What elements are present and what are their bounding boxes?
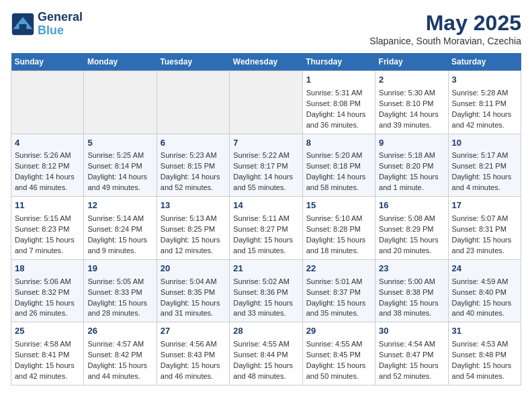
day-info: Daylight: 15 hours [87, 361, 152, 371]
day-info: Sunrise: 5:31 AM [306, 88, 371, 99]
day-info: Sunrise: 5:08 AM [379, 214, 444, 224]
calendar-cell: 13Sunrise: 5:13 AMSunset: 8:25 PMDayligh… [157, 197, 229, 260]
day-number: 25 [15, 325, 80, 338]
day-info: Daylight: 15 hours [161, 298, 226, 309]
day-info: and 50 minutes. [306, 371, 371, 382]
day-info: Sunrise: 5:26 AM [15, 150, 80, 161]
day-info: Sunset: 8:17 PM [233, 161, 298, 172]
day-info: Sunset: 8:12 PM [15, 161, 80, 172]
location-subtitle: Slapanice, South Moravian, Czechia [369, 36, 521, 46]
day-info: Sunset: 8:44 PM [233, 350, 298, 361]
day-info: and 33 minutes. [233, 308, 298, 319]
calendar-week-row: 18Sunrise: 5:06 AMSunset: 8:32 PMDayligh… [11, 259, 521, 322]
calendar-cell: 17Sunrise: 5:07 AMSunset: 8:31 PMDayligh… [448, 197, 521, 260]
day-info: and 49 minutes. [87, 183, 152, 193]
day-info: Sunset: 8:25 PM [161, 224, 226, 235]
calendar-week-row: 25Sunrise: 4:58 AMSunset: 8:41 PMDayligh… [11, 322, 521, 385]
day-info: Sunrise: 5:04 AM [161, 277, 226, 287]
month-title: May 2025 [369, 11, 521, 36]
calendar-cell: 6Sunrise: 5:23 AMSunset: 8:15 PMDaylight… [157, 134, 229, 197]
day-info: Daylight: 15 hours [379, 172, 444, 183]
calendar-week-row: 1Sunrise: 5:31 AMSunset: 8:08 PMDaylight… [11, 71, 521, 134]
day-info: Daylight: 15 hours [233, 361, 298, 371]
calendar-cell: 16Sunrise: 5:08 AMSunset: 8:29 PMDayligh… [375, 197, 448, 260]
day-number: 11 [15, 199, 80, 212]
day-number: 29 [306, 325, 371, 338]
day-info: Sunset: 8:32 PM [15, 287, 80, 298]
day-number: 26 [87, 325, 152, 338]
day-info: Sunset: 8:31 PM [452, 224, 517, 235]
day-info: Sunrise: 5:30 AM [379, 88, 444, 99]
day-info: Sunset: 8:45 PM [306, 350, 371, 361]
day-info: Daylight: 14 hours [87, 172, 152, 183]
day-info: Sunset: 8:24 PM [87, 224, 152, 235]
weekday-header: Thursday [302, 53, 375, 71]
day-info: Daylight: 15 hours [15, 298, 80, 309]
calendar-cell: 4Sunrise: 5:26 AMSunset: 8:12 PMDaylight… [11, 134, 84, 197]
day-info: Sunset: 8:35 PM [161, 287, 226, 298]
day-info: Sunrise: 4:56 AM [161, 339, 226, 350]
day-number: 12 [87, 199, 152, 212]
calendar-cell: 11Sunrise: 5:15 AMSunset: 8:23 PMDayligh… [11, 197, 84, 260]
day-info: Daylight: 15 hours [306, 361, 371, 371]
day-number: 13 [161, 199, 226, 212]
day-number: 9 [379, 137, 444, 150]
day-info: Daylight: 15 hours [15, 235, 80, 246]
day-info: Daylight: 15 hours [15, 361, 80, 371]
day-info: Daylight: 15 hours [161, 235, 226, 246]
day-number: 18 [15, 263, 80, 275]
day-info: Sunset: 8:33 PM [87, 287, 152, 298]
day-info: Sunrise: 5:14 AM [87, 214, 152, 224]
calendar-cell: 7Sunrise: 5:22 AMSunset: 8:17 PMDaylight… [230, 134, 302, 197]
day-info: Daylight: 15 hours [379, 298, 444, 309]
calendar-cell [157, 71, 229, 134]
day-info: Sunset: 8:15 PM [161, 161, 226, 172]
calendar-cell: 30Sunrise: 4:54 AMSunset: 8:47 PMDayligh… [375, 322, 448, 385]
day-info: Sunset: 8:08 PM [306, 99, 371, 109]
day-info: Sunset: 8:29 PM [379, 224, 444, 235]
day-info: Daylight: 14 hours [161, 172, 226, 183]
day-info: Sunrise: 5:02 AM [233, 277, 298, 287]
day-info: Sunrise: 5:10 AM [306, 214, 371, 224]
day-info: Daylight: 15 hours [233, 235, 298, 246]
day-info: Sunrise: 5:20 AM [306, 150, 371, 161]
day-info: Sunrise: 5:17 AM [452, 150, 517, 161]
day-info: Daylight: 14 hours [306, 109, 371, 120]
calendar-week-row: 11Sunrise: 5:15 AMSunset: 8:23 PMDayligh… [11, 197, 521, 260]
calendar-cell: 28Sunrise: 4:55 AMSunset: 8:44 PMDayligh… [230, 322, 302, 385]
day-info: and 44 minutes. [87, 371, 152, 382]
day-info: and 15 minutes. [233, 246, 298, 257]
calendar-cell: 15Sunrise: 5:10 AMSunset: 8:28 PMDayligh… [302, 197, 375, 260]
day-number: 22 [306, 263, 371, 275]
day-info: and 1 minute. [379, 183, 444, 193]
day-info: Daylight: 14 hours [452, 109, 517, 120]
day-info: and 38 minutes. [379, 308, 444, 319]
day-info: Sunrise: 5:15 AM [15, 214, 80, 224]
day-info: Sunrise: 4:54 AM [379, 339, 444, 350]
day-info: and 46 minutes. [15, 183, 80, 193]
day-info: Sunset: 8:48 PM [452, 350, 517, 361]
calendar-cell: 19Sunrise: 5:05 AMSunset: 8:33 PMDayligh… [84, 259, 157, 322]
day-number: 15 [306, 199, 371, 212]
day-info: Daylight: 15 hours [233, 298, 298, 309]
day-info: Sunset: 8:18 PM [306, 161, 371, 172]
calendar-cell: 2Sunrise: 5:30 AMSunset: 8:10 PMDaylight… [375, 71, 448, 134]
weekday-header: Friday [375, 53, 448, 71]
day-info: and 31 minutes. [161, 308, 226, 319]
day-info: and 46 minutes. [161, 371, 226, 382]
calendar-cell: 5Sunrise: 5:25 AMSunset: 8:14 PMDaylight… [84, 134, 157, 197]
day-info: Sunset: 8:20 PM [379, 161, 444, 172]
calendar-table: SundayMondayTuesdayWednesdayThursdayFrid… [11, 53, 521, 385]
calendar-cell: 21Sunrise: 5:02 AMSunset: 8:36 PMDayligh… [230, 259, 302, 322]
day-info: Daylight: 14 hours [15, 172, 80, 183]
day-info: Sunset: 8:40 PM [452, 287, 517, 298]
calendar-cell: 10Sunrise: 5:17 AMSunset: 8:21 PMDayligh… [448, 134, 521, 197]
day-info: Daylight: 15 hours [87, 298, 152, 309]
day-info: Daylight: 15 hours [87, 235, 152, 246]
day-info: and 42 minutes. [452, 120, 517, 131]
day-info: Daylight: 15 hours [452, 298, 517, 309]
calendar-cell: 14Sunrise: 5:11 AMSunset: 8:27 PMDayligh… [230, 197, 302, 260]
weekday-header: Saturday [448, 53, 521, 71]
day-number: 20 [161, 263, 226, 275]
calendar-cell: 3Sunrise: 5:28 AMSunset: 8:11 PMDaylight… [448, 71, 521, 134]
